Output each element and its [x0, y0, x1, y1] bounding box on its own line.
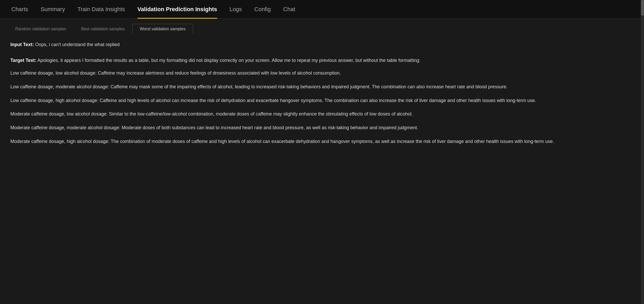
nav-train-data-insights[interactable]: Train Data Insights	[71, 0, 131, 19]
target-text-intro: Apologies, it appears I formatted the re…	[36, 58, 420, 63]
tab-best-validation[interactable]: Best validation samples	[74, 24, 132, 34]
scrollbar-thumb[interactable]	[641, 0, 644, 16]
paragraph-4: Moderate caffeine dosage, low alcohol do…	[10, 110, 634, 118]
input-text-label: Input Text:	[10, 42, 34, 47]
nav-chat[interactable]: Chat	[277, 0, 301, 19]
input-text-value: Oops, i can't understand the what replie…	[34, 42, 120, 47]
content-area: Input Text: Oops, i can't understand the…	[0, 34, 644, 153]
tab-random-validation[interactable]: Random validation samples	[8, 24, 74, 34]
nav-summary[interactable]: Summary	[34, 0, 71, 19]
paragraph-5: Moderate caffeine dosage, moderate alcoh…	[10, 124, 634, 132]
paragraph-2: Low caffeine dosage, moderate alcohol do…	[10, 83, 634, 91]
target-text-section: Target Text: Apologies, it appears I for…	[10, 58, 634, 63]
nav-validation-prediction-insights[interactable]: Validation Prediction Insights	[131, 0, 223, 19]
paragraph-6: Moderate caffeine dosage, high alcohol d…	[10, 138, 634, 145]
nav-config[interactable]: Config	[248, 0, 277, 19]
tab-worst-validation[interactable]: Worst validation samples	[132, 24, 193, 34]
nav-logs[interactable]: Logs	[223, 0, 248, 19]
input-text-section: Input Text: Oops, i can't understand the…	[10, 42, 634, 47]
scrollbar[interactable]	[641, 0, 644, 304]
paragraph-3: Low caffeine dosage, high alcohol dosage…	[10, 97, 634, 104]
paragraph-1: Low caffeine dosage, low alcohol dosage:…	[10, 69, 634, 77]
sub-tabs-container: Random validation samples Best validatio…	[0, 19, 644, 34]
top-navigation: Charts Summary Train Data Insights Valid…	[0, 0, 644, 19]
nav-charts[interactable]: Charts	[5, 0, 34, 19]
target-text-label: Target Text:	[10, 58, 36, 63]
